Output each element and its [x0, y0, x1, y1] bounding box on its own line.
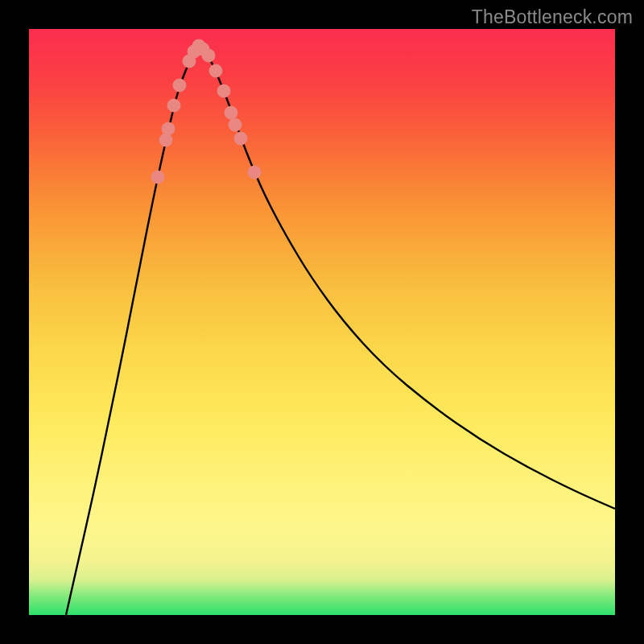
chart-plot-area	[29, 29, 615, 615]
highlight-marker	[209, 64, 222, 77]
chart-frame: TheBottleneck.com	[0, 0, 644, 644]
highlight-marker	[248, 166, 261, 179]
highlight-marker	[229, 118, 242, 131]
watermark-text: TheBottleneck.com	[472, 6, 633, 28]
highlight-marker	[159, 134, 172, 147]
highlight-marker	[225, 106, 237, 119]
highlight-marker	[234, 132, 247, 145]
highlight-marker	[217, 85, 230, 97]
chart-overlay-svg	[29, 29, 615, 615]
highlight-marker	[173, 79, 186, 92]
highlight-marker	[167, 99, 180, 112]
highlight-marker	[162, 122, 175, 135]
curve-right-branch	[199, 44, 615, 509]
curve-left-branch	[66, 44, 199, 615]
highlight-marker	[151, 171, 164, 184]
highlight-markers	[151, 39, 261, 184]
highlight-marker	[202, 49, 215, 62]
